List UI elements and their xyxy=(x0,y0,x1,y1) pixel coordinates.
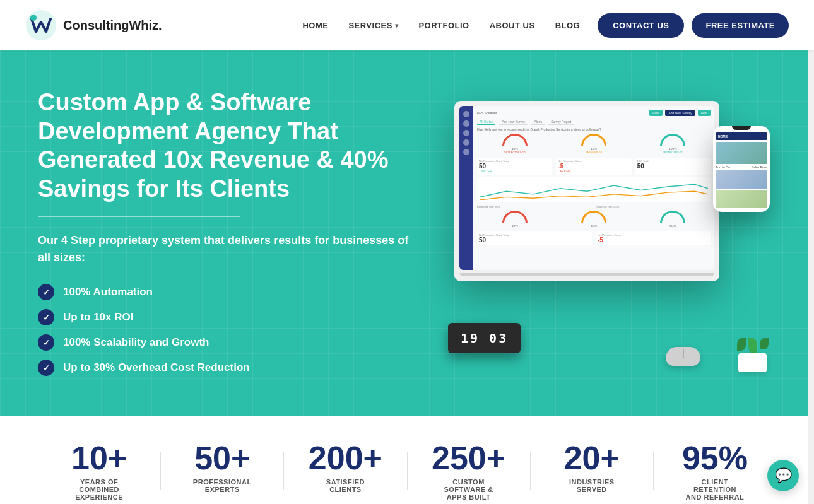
stat-value: 200+ xyxy=(284,442,406,474)
logo[interactable]: ConsultingWhiz. xyxy=(25,9,162,41)
plant-leaves xyxy=(737,338,769,353)
check-icon: ✓ xyxy=(38,334,54,351)
laptop-tab: Add New Survey xyxy=(499,119,528,125)
chevron-down-icon: ▾ xyxy=(395,22,399,29)
laptop-gauges: 10% DETRACTORS: 50 10% PASSIVES: 50 100% xyxy=(477,134,711,154)
phone-mockup: HOME Add to Cart Sales Price xyxy=(713,126,770,212)
list-item-text: 100% Automation xyxy=(63,286,153,298)
sidebar-dot xyxy=(463,149,469,155)
check-icon: ✓ xyxy=(38,309,54,325)
laptop-bottom-stats2: Net Promoters Since Today 50 Net Promote… xyxy=(477,231,711,245)
phone-image-2 xyxy=(716,170,767,189)
stat-value: 20+ xyxy=(531,442,653,474)
stat-value: 95% xyxy=(654,442,776,474)
phone-topbar: HOME xyxy=(716,132,767,140)
scrollbar[interactable] xyxy=(808,0,814,501)
laptop-screen: NPS Solutions Filter Add New Survey Aler… xyxy=(459,106,714,270)
stat-item-retention: 95% CLIENTRETENTIONAND REFERRAL xyxy=(654,442,776,501)
logo-text: ConsultingWhiz. xyxy=(63,18,162,33)
laptop-btn: Filter xyxy=(649,110,663,116)
gauge2-passives: 30% xyxy=(556,211,631,228)
stat-label: SATISFIEDCLIENTS xyxy=(284,478,406,493)
laptop-bottom-stats: Response rate: 30% Response rate: 2.5% xyxy=(477,205,711,208)
laptop-btn2: Add New Survey xyxy=(665,110,695,116)
header-buttons: CONTACT US FREE ESTIMATE xyxy=(598,13,789,38)
laptop-content: NPS Solutions Filter Add New Survey Aler… xyxy=(473,106,714,270)
list-item-text: Up to 30% Overhead Cost Reduction xyxy=(63,361,250,374)
free-estimate-button[interactable]: FREE ESTIMATE xyxy=(692,13,789,38)
stats-section: 10+ YEARS OFCOMBINEDEXPERIENCE 50+ PROFE… xyxy=(0,416,814,501)
stat-label: PROFESSIONALEXPERTS xyxy=(161,478,283,493)
laptop-chart xyxy=(477,177,711,202)
phone-image-1 xyxy=(716,142,767,164)
sidebar-dot xyxy=(463,130,469,136)
stat-value: 250+ xyxy=(408,442,530,474)
logo-icon xyxy=(25,9,57,41)
mouse-scroll-wheel xyxy=(683,349,684,358)
plant-decoration xyxy=(735,338,770,372)
plant-leaf xyxy=(748,338,757,353)
nav-services[interactable]: SERVICES ▾ xyxy=(348,21,398,30)
stat-box3: Net Promoters Score -5 xyxy=(596,231,711,245)
laptop-mockup: NPS Solutions Filter Add New Survey Aler… xyxy=(454,101,719,281)
check-icon: ✓ xyxy=(38,284,54,300)
contact-button[interactable]: CONTACT US xyxy=(598,13,684,38)
plant-pot xyxy=(738,353,767,372)
hero-devices: NPS Solutions Filter Add New Survey Aler… xyxy=(429,88,776,378)
laptop-tabs: All Series Add New Survey Alerts Survey … xyxy=(477,119,711,125)
clock-display: 19 03 xyxy=(461,331,508,346)
svg-point-0 xyxy=(26,10,56,40)
nav-about[interactable]: ABOUT US xyxy=(490,21,535,30)
stat-item-industries: 20+ INDUSTRIESSERVED xyxy=(531,442,653,493)
check-icon: ✓ xyxy=(38,360,54,376)
stat-item-clients: 200+ SATISFIEDCLIENTS xyxy=(284,442,406,493)
chat-icon: 💬 xyxy=(775,467,792,484)
sidebar-dot xyxy=(463,139,469,146)
laptop-stats: Net Promoters Since Today 50 ↑ 10% Daily… xyxy=(477,158,711,175)
sidebar-dot xyxy=(463,120,469,127)
nav-home[interactable]: HOME xyxy=(302,21,328,30)
stat-item-experts: 50+ PROFESSIONALEXPERTS xyxy=(161,442,283,493)
phone-image-3 xyxy=(716,190,767,208)
gauge-promoters: 100% PROMOTERS: 50 xyxy=(635,134,711,154)
plant-leaf xyxy=(737,338,746,351)
hero-section: Custom App & Software Development Agency… xyxy=(0,50,814,416)
list-item-text: Up to 10x ROI xyxy=(63,311,133,324)
laptop-tab: Alerts xyxy=(531,119,545,125)
laptop-sidebar xyxy=(459,106,473,270)
laptop-base xyxy=(459,273,714,276)
stat-box-nps: Net Promoters Score -5 ↓ Me Build xyxy=(556,158,631,175)
stat-label: YEARS OFCOMBINEDEXPERIENCE xyxy=(38,478,160,501)
chart-svg xyxy=(480,180,708,200)
gauge-passives: 10% PASSIVES: 50 xyxy=(556,134,631,154)
nav-blog[interactable]: BLOG xyxy=(555,21,581,30)
mouse-device xyxy=(666,347,700,366)
stat-box2: Net Promoters Since Today 50 xyxy=(477,231,592,245)
stat-value: 10+ xyxy=(38,442,160,474)
plant-leaf xyxy=(760,338,769,349)
laptop-question: How likely are you to recommend this Bra… xyxy=(477,127,711,131)
laptop-gauges2: 10% 30% 60% xyxy=(477,211,711,228)
laptop-topbar: NPS Solutions Filter Add New Survey Aler… xyxy=(477,110,711,116)
stat-label: CLIENTRETENTIONAND REFERRAL xyxy=(654,478,776,501)
gauge-detractors: 10% DETRACTORS: 50 xyxy=(477,134,552,154)
hero-list: ✓ 100% Automation ✓ Up to 10x ROI ✓ 100%… xyxy=(38,284,416,376)
laptop-btn3: Alert xyxy=(698,110,711,116)
list-item: ✓ 100% Scalability and Growth xyxy=(38,334,416,351)
stat-box-total: NPS Total 50 xyxy=(635,158,711,175)
laptop-tab: Survey Report xyxy=(548,119,574,125)
chat-bubble-button[interactable]: 💬 xyxy=(767,460,799,491)
gauge2-detractors: 10% xyxy=(477,211,552,228)
stat-label: INDUSTRIESSERVED xyxy=(531,478,653,493)
hero-divider xyxy=(38,216,240,217)
stat-item-years: 10+ YEARS OFCOMBINEDEXPERIENCE xyxy=(38,442,160,501)
list-item: ✓ 100% Automation xyxy=(38,284,416,300)
list-item: ✓ Up to 10x ROI xyxy=(38,309,416,325)
stat-value: 50+ xyxy=(161,442,283,474)
stat-item-apps: 250+ CUSTOMSOFTWARE &APPS BUILT xyxy=(408,442,530,501)
hero-title: Custom App & Software Development Agency… xyxy=(38,88,416,203)
header: ConsultingWhiz. HOME SERVICES ▾ PORTFOLI… xyxy=(0,0,814,50)
laptop-tab: All Series xyxy=(477,119,495,125)
nav-portfolio[interactable]: PORTFOLIO xyxy=(418,21,469,30)
list-item-text: 100% Scalability and Growth xyxy=(63,336,209,349)
